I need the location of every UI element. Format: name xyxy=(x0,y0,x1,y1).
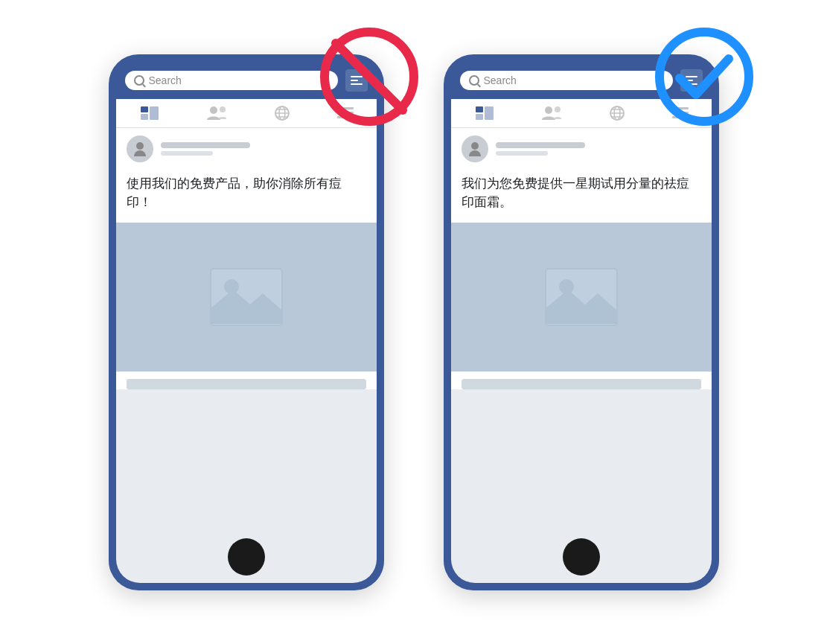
right-search-icon xyxy=(469,75,479,86)
left-post-time-placeholder xyxy=(161,151,213,156)
right-post-card: 我们为您免费提供一星期试用分量的祛痘印面霜。 xyxy=(451,128,712,389)
svg-rect-3 xyxy=(141,114,148,120)
svg-rect-16 xyxy=(476,114,483,120)
svg-rect-17 xyxy=(485,106,494,120)
right-post-time-placeholder xyxy=(496,151,548,156)
svg-point-14 xyxy=(660,32,749,121)
right-avatar xyxy=(462,136,488,162)
right-action-bar xyxy=(462,379,701,389)
right-feed: 我们为您免费提供一星期试用分量的祛痘印面霜。 xyxy=(451,128,712,583)
left-search-icon xyxy=(134,75,144,86)
left-avatar xyxy=(127,136,153,162)
svg-point-6 xyxy=(220,106,226,112)
left-phone-screen: Search xyxy=(116,62,377,583)
left-action-bar xyxy=(127,379,366,389)
right-post-meta xyxy=(496,142,585,156)
left-search-text: Search xyxy=(149,74,182,86)
svg-point-19 xyxy=(555,106,561,112)
svg-point-18 xyxy=(545,106,552,114)
left-home-button[interactable] xyxy=(228,538,265,576)
right-phone-screen: Search xyxy=(451,62,712,583)
left-post-text: 使用我们的免费产品，助你消除所有痘印！ xyxy=(116,170,377,223)
right-post-name-placeholder xyxy=(496,142,585,148)
right-post-image xyxy=(451,223,712,372)
left-search-bar[interactable]: Search xyxy=(125,71,338,90)
right-phone: Search xyxy=(444,54,719,590)
left-post-meta xyxy=(161,142,250,156)
left-avatar-person-icon xyxy=(132,141,147,156)
left-feed: 使用我们的免费产品，助你消除所有痘印！ xyxy=(116,128,377,583)
check-symbol-overlay xyxy=(641,25,756,132)
left-tab-people[interactable] xyxy=(206,105,227,121)
no-symbol-overlay xyxy=(317,25,421,132)
right-post-header xyxy=(451,128,712,170)
left-phone: Search xyxy=(109,54,384,590)
svg-point-5 xyxy=(210,106,217,114)
left-post-image xyxy=(116,223,377,372)
right-search-text: Search xyxy=(484,74,517,86)
left-post-name-placeholder xyxy=(161,142,250,148)
good-example-wrapper: Search xyxy=(444,54,719,590)
right-home-button[interactable] xyxy=(563,538,600,576)
svg-rect-15 xyxy=(476,106,483,112)
left-post-card: 使用我们的免费产品，助你消除所有痘印！ xyxy=(116,128,377,389)
svg-line-1 xyxy=(336,43,403,110)
right-post-text: 我们为您免费提供一星期试用分量的祛痘印面霜。 xyxy=(451,170,712,223)
svg-rect-4 xyxy=(150,106,159,120)
right-avatar-person-icon xyxy=(467,141,482,156)
right-tab-globe[interactable] xyxy=(608,105,626,121)
left-post-header xyxy=(116,128,377,170)
right-tab-home[interactable] xyxy=(474,105,495,121)
left-tab-home[interactable] xyxy=(139,105,160,121)
bad-example-wrapper: Search xyxy=(109,54,384,590)
right-tab-people[interactable] xyxy=(541,105,562,121)
svg-rect-2 xyxy=(141,106,148,112)
comparison-scene: Search xyxy=(79,10,749,635)
left-tab-globe[interactable] xyxy=(273,105,291,121)
